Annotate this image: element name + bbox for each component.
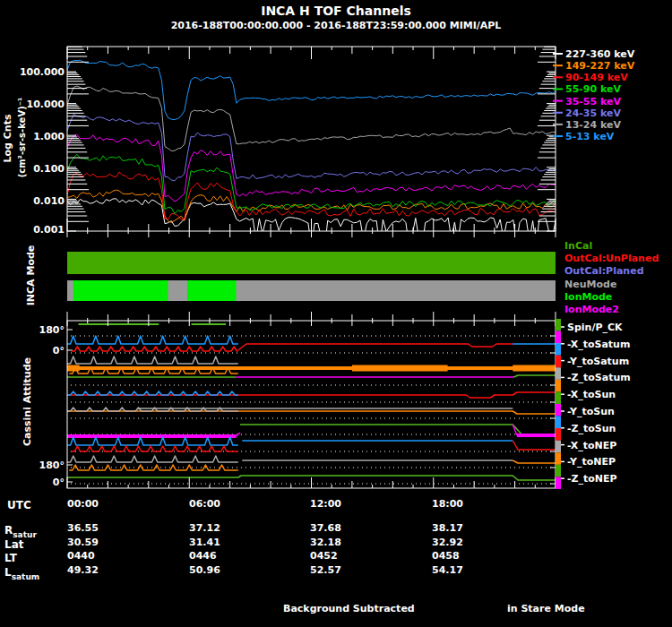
stare-mode-caption: in Stare Mode [507, 603, 585, 614]
log-tick-label: 0.001 [2, 224, 65, 236]
ephemeris-value: 54.17 [432, 564, 463, 576]
ephemeris-value: 32.18 [310, 537, 341, 548]
attitude-color-key-segment [556, 477, 561, 489]
legend-item-5-13-kev: 5-13 keV [565, 131, 614, 142]
legend-item-outcal-unplaned: OutCal:UnPlaned [564, 253, 659, 264]
background-subtracted-caption: Background Subtracted [283, 603, 415, 614]
legend-item-35-55-kev: 35-55 keV [565, 96, 621, 107]
legend-item-90-149-kev: 90-149 keV [565, 72, 628, 83]
attitude-color-key-segment [556, 428, 561, 441]
mode-segment-ionmode [73, 280, 168, 301]
legend-item-ionmode: IonMode [564, 291, 612, 303]
ephemeris-value: 0452 [310, 550, 338, 562]
attitude-color-key-segment [556, 465, 561, 477]
attitude-trace [72, 446, 238, 451]
log-tick-label: 100.000 [2, 66, 65, 78]
attitude-panel-frame [67, 321, 556, 488]
ephemeris-value: 30.59 [67, 537, 99, 548]
legend-item-55-90-kev: 55-90 keV [565, 83, 621, 95]
attitude-trace [67, 437, 238, 445]
series-55-90-kev [67, 154, 556, 214]
attitude-color-key-segment [556, 391, 561, 404]
legend-item--z-tosatum: -Z_toSatum [567, 372, 631, 383]
attitude-color-key-segment [556, 452, 561, 465]
legend-item--y-tosatum: -Y_toSatum [567, 356, 629, 367]
legend-item-outcal-planed: OutCal:Planed [564, 265, 644, 277]
attitude-trace [67, 391, 238, 395]
attitude-trace [513, 375, 556, 377]
degree-tick-label: 180° [29, 460, 65, 471]
attitude-trace [513, 441, 556, 450]
attitude-color-key-segment [556, 331, 561, 344]
row-label-r: Rsatur [4, 524, 37, 537]
attitude-color-key-segment [556, 356, 561, 368]
ephemeris-value: 0458 [432, 550, 460, 562]
ephemeris-value: 38.17 [432, 522, 463, 534]
legend-item-incal: InCal [564, 240, 592, 252]
utc-value: 12:00 [310, 498, 341, 510]
attitude-color-key-segment [556, 319, 561, 331]
attitude-color-key-segment [556, 404, 561, 417]
row-label-lat: Lat [4, 538, 23, 551]
ephemeris-value: 37.68 [310, 522, 341, 534]
attitude-trace [67, 411, 556, 414]
utc-value: 00:00 [67, 498, 99, 510]
legend-item--x-tonep: -X_toNEP [567, 440, 616, 451]
legend-item-13-24-kev: 13-24 keV [565, 119, 621, 131]
legend-item--x-tosun: -X_toSun [567, 389, 616, 400]
log-tick-label: 0.100 [2, 163, 65, 175]
legend-item-149-227-kev: 149-227 keV [565, 60, 634, 72]
mode-bar-incal [67, 252, 556, 274]
row-label-subscript: satum [12, 572, 40, 581]
attitude-trace [67, 356, 238, 364]
degree-tick-label: 180° [29, 324, 65, 336]
legend-item--z-tosun: -Z_toSun [567, 423, 616, 434]
ephemeris-value: 36.55 [67, 522, 99, 534]
inca-mode-panel-label: INCA Mode [25, 222, 37, 330]
legend-item-neumode: NeuMode [564, 279, 616, 290]
utc-value: 06:00 [189, 498, 220, 510]
attitude-color-key-segment [556, 380, 561, 392]
page-title: INCA H TOF Channels [0, 4, 672, 18]
series-35-55-kev [67, 134, 556, 202]
utc-value: 18:00 [432, 498, 463, 510]
attitude-trace [67, 336, 238, 344]
attitude-trace [238, 344, 513, 350]
legend-item--z-tonep: -Z_toNEP [567, 473, 617, 485]
legend-item-24-35-kev: 24-35 keV [565, 107, 621, 119]
legend-item--y-tosun: -Y_toSun [567, 406, 615, 417]
series-149-227-kev [67, 190, 556, 222]
series-90-149-kev [67, 172, 556, 220]
attitude-color-key-segment [556, 417, 561, 429]
ephemeris-value: 52.57 [310, 564, 341, 576]
legend-item--y-tonep: -Y_toNEP [567, 456, 616, 468]
ephemeris-value: 37.12 [189, 522, 220, 534]
legend-item-ionmode2: IonMode2 [564, 304, 619, 315]
legend-item-227-360-kev: 227-360 keV [565, 48, 634, 60]
ephemeris-value: 0440 [67, 550, 95, 562]
legend-item--x-tosatum: -X_toSatum [567, 339, 630, 350]
utc-row-label: UTC [7, 499, 31, 511]
series-5-13-kev [67, 60, 556, 119]
attitude-color-key-segment [556, 441, 561, 453]
attitude-color-key-segment [556, 343, 561, 356]
legend-item-spin-p-ck: Spin/P_CK [567, 322, 623, 333]
ephemeris-value: 32.92 [432, 537, 463, 548]
attitude-trace [240, 425, 521, 434]
log-tick-label: 0.010 [2, 195, 65, 207]
plot-screen: INCA H TOF Channels 2016-188T00:00:00.00… [0, 0, 672, 627]
ephemeris-value: 50.96 [189, 564, 220, 576]
ephemeris-value: 31.41 [189, 537, 220, 548]
attitude-trace [72, 347, 238, 351]
row-label-lt: LT [4, 552, 17, 564]
log-tick-label: 1.000 [2, 131, 65, 142]
ephemeris-value: 49.32 [67, 564, 99, 576]
log-tick-label: 10.000 [2, 99, 65, 110]
time-range-subtitle: 2016-188T00:00:00.000 - 2016-188T23:59:0… [0, 20, 672, 31]
row-label-l: Lsatum [4, 566, 39, 579]
ephemeris-value: 0446 [189, 550, 217, 562]
attitude-color-key-segment [556, 367, 561, 380]
mode-segment-ionmode [187, 280, 237, 301]
attitude-trace [67, 456, 238, 462]
series-24-35-kev [67, 115, 556, 181]
